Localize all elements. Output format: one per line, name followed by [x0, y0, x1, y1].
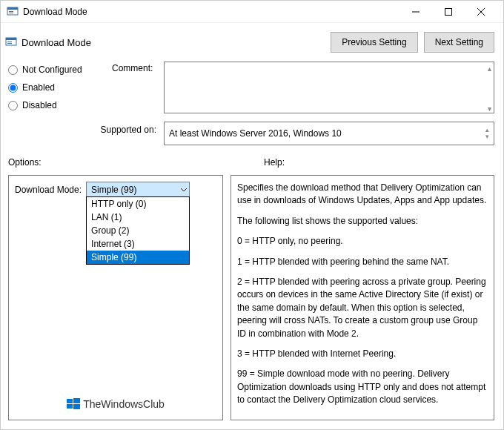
dropdown-option[interactable]: Simple (99)	[87, 251, 189, 264]
policy-icon	[5, 36, 17, 48]
help-paragraph: 3 = HTTP blended with Internet Peering.	[237, 348, 488, 360]
minimize-button[interactable]	[399, 1, 432, 22]
maximize-button[interactable]	[432, 1, 465, 22]
options-label: Options:	[8, 157, 264, 168]
supported-scroll-icons: ▴▾	[485, 127, 489, 140]
titlebar-buttons	[399, 1, 497, 22]
windows-icon	[67, 397, 80, 411]
svg-rect-13	[73, 398, 80, 403]
svg-rect-11	[7, 43, 12, 44]
next-setting-button[interactable]: Next Setting	[424, 32, 494, 53]
svg-rect-15	[73, 404, 80, 409]
comment-scroll-icons: ▴▾	[488, 64, 491, 113]
help-panel: Specifies the download method that Deliv…	[231, 175, 494, 420]
branding-logo: TheWindowsClub	[9, 397, 222, 411]
svg-rect-14	[67, 404, 73, 408]
svg-rect-10	[7, 42, 12, 42]
options-panel: Download Mode: Simple (99) HTTP only (0)…	[8, 175, 223, 420]
help-paragraph: 99 = Simple download mode with no peerin…	[237, 368, 488, 406]
window-title: Download Mode	[23, 7, 87, 17]
supported-label: Supported on:	[8, 122, 164, 135]
app-icon	[7, 6, 19, 18]
help-paragraph: 2 = HTTP blended with peering across a p…	[237, 276, 488, 340]
panels: Download Mode: Simple (99) HTTP only (0)…	[1, 172, 503, 429]
help-paragraph: The following list shows the supported v…	[237, 215, 488, 228]
state-comment-section: Not Configured Enabled Disabled Comment:…	[1, 59, 503, 119]
help-label: Help:	[264, 157, 285, 168]
radio-enabled-input[interactable]	[8, 83, 18, 93]
download-mode-dropdown: HTTP only (0) LAN (1) Group (2) Internet…	[86, 196, 190, 265]
help-text: Specifies the download method that Deliv…	[237, 182, 488, 406]
comment-wrap: ▴▾	[164, 62, 494, 116]
dropdown-option[interactable]: Group (2)	[87, 224, 189, 237]
state-radio-group: Not Configured Enabled Disabled	[8, 62, 112, 116]
svg-rect-12	[67, 399, 73, 403]
help-paragraph: 0 = HTTP only, no peering.	[237, 235, 488, 248]
comment-label: Comment:	[112, 62, 164, 116]
radio-disabled[interactable]: Disabled	[8, 100, 112, 110]
section-labels-row: Options: Help:	[1, 153, 503, 172]
radio-enabled[interactable]: Enabled	[8, 82, 112, 93]
page-title: Download Mode	[21, 37, 91, 48]
titlebar-title-area: Download Mode	[7, 6, 399, 18]
page-title-area: Download Mode	[5, 36, 325, 48]
radio-not-configured[interactable]: Not Configured	[8, 64, 112, 75]
supported-box: At least Windows Server 2016, Windows 10…	[164, 122, 494, 145]
chevron-down-icon	[181, 185, 187, 195]
supported-row: Supported on: At least Windows Server 20…	[1, 119, 503, 153]
dropdown-option[interactable]: HTTP only (0)	[87, 197, 189, 211]
download-mode-combo[interactable]: Simple (99) HTTP only (0) LAN (1) Group …	[86, 182, 190, 197]
radio-not-configured-label: Not Configured	[22, 64, 82, 75]
radio-not-configured-input[interactable]	[8, 65, 18, 75]
help-paragraph: 1 = HTTP blended with peering behind the…	[237, 256, 488, 268]
radio-disabled-label: Disabled	[22, 100, 57, 110]
download-mode-row: Download Mode: Simple (99) HTTP only (0)…	[15, 182, 216, 197]
titlebar: Download Mode	[1, 1, 503, 23]
previous-setting-button[interactable]: Previous Setting	[331, 32, 417, 53]
header-row: Download Mode Previous Setting Next Sett…	[1, 23, 503, 59]
svg-rect-5	[445, 8, 452, 15]
dropdown-option[interactable]: LAN (1)	[87, 211, 189, 224]
window-root: Download Mode Download Mode Previous	[0, 0, 504, 430]
radio-disabled-input[interactable]	[8, 101, 18, 110]
svg-rect-9	[6, 38, 16, 40]
svg-rect-2	[9, 11, 13, 12]
download-mode-label: Download Mode:	[15, 185, 82, 195]
close-button[interactable]	[465, 1, 497, 22]
dropdown-option[interactable]: Internet (3)	[87, 237, 189, 251]
svg-rect-1	[7, 7, 18, 10]
supported-value: At least Windows Server 2016, Windows 10	[169, 128, 342, 139]
svg-rect-3	[9, 13, 13, 13]
comment-input[interactable]	[164, 62, 494, 113]
radio-enabled-label: Enabled	[22, 82, 55, 93]
help-paragraph: Specifies the download method that Deliv…	[237, 182, 488, 208]
download-mode-selected[interactable]: Simple (99)	[86, 182, 190, 197]
branding-text: TheWindowsClub	[83, 398, 165, 410]
